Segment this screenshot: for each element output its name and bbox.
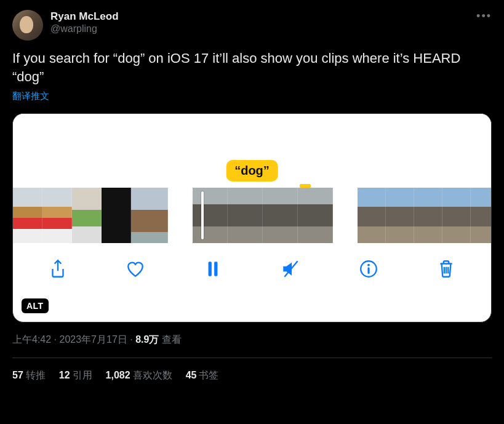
clip-thumb[interactable] (193, 188, 228, 243)
more-icon[interactable]: ••• (476, 10, 492, 23)
clip-thumb[interactable] (358, 188, 386, 243)
handle: @warpling (50, 23, 119, 35)
clip-thumb[interactable] (102, 188, 131, 243)
svg-rect-5 (367, 268, 369, 274)
clip-thumb[interactable] (298, 188, 333, 243)
info-icon[interactable] (356, 257, 381, 281)
clip-thumb[interactable] (442, 188, 471, 243)
quotes-stat[interactable]: 12引用 (59, 369, 92, 382)
tweet-date[interactable]: 2023年7月17日 (59, 334, 127, 345)
svg-rect-1 (215, 262, 218, 276)
bookmarks-stat[interactable]: 45书签 (186, 369, 219, 382)
likes-stat[interactable]: 1,082喜欢次数 (106, 369, 172, 382)
tweet-meta: 上午4:42 · 2023年7月17日 · 8.9万 查看 (12, 334, 492, 346)
views-count: 8.9万 (135, 334, 159, 345)
translate-link[interactable]: 翻译推文 (12, 90, 492, 102)
media-toolbar (13, 243, 491, 287)
video-timeline-strip[interactable] (13, 188, 491, 243)
tweet-header: Ryan McLeod @warpling ••• (12, 10, 492, 41)
clip-thumb[interactable] (471, 188, 491, 243)
tweet-text: If you search for “dog” on iOS 17 it’ll … (12, 49, 492, 86)
clip-group[interactable] (193, 188, 333, 243)
share-icon[interactable] (46, 257, 70, 281)
mute-icon[interactable] (279, 257, 303, 281)
pause-icon[interactable] (201, 257, 225, 281)
svg-rect-0 (209, 262, 212, 276)
clip-group[interactable] (358, 188, 491, 243)
tweet-container: Ryan McLeod @warpling ••• If you search … (0, 0, 504, 382)
heart-icon[interactable] (123, 257, 148, 281)
clip-thumb[interactable] (228, 188, 263, 243)
avatar[interactable] (12, 10, 43, 41)
clip-thumb[interactable] (131, 188, 168, 243)
trash-icon[interactable] (434, 257, 458, 281)
clip-group[interactable] (13, 188, 168, 243)
alt-badge[interactable]: ALT (22, 298, 49, 313)
tweet-time[interactable]: 上午4:42 (12, 334, 51, 345)
svg-point-4 (367, 264, 370, 266)
clip-thumb[interactable] (263, 188, 298, 243)
media-top: “dog” (13, 114, 491, 188)
tweet-stats: 57转推 12引用 1,082喜欢次数 45书签 (12, 358, 492, 382)
author-names[interactable]: Ryan McLeod @warpling (50, 10, 119, 35)
clip-thumb[interactable] (42, 188, 72, 243)
clip-thumb[interactable] (72, 188, 102, 243)
media-card[interactable]: “dog” (12, 113, 492, 322)
display-name: Ryan McLeod (50, 10, 119, 23)
views-label: 查看 (159, 334, 181, 345)
clip-thumb[interactable] (386, 188, 414, 243)
clip-thumb[interactable] (13, 188, 42, 243)
clip-thumb[interactable] (414, 188, 442, 243)
retweets-stat[interactable]: 57转推 (12, 369, 46, 382)
search-highlight-pill: “dog” (226, 160, 278, 182)
